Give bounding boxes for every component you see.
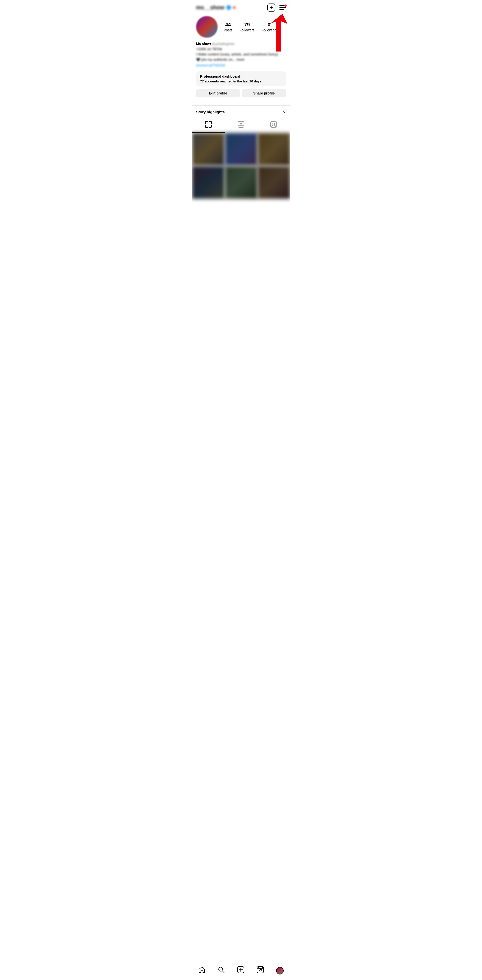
bio-link[interactable]: shorturl.at/TNDSM [196,63,225,67]
add-post-button[interactable]: + [267,3,275,11]
stats-row: 44 Posts 79 Followers 0 Following [224,22,286,32]
pro-dashboard-subtitle: 77 accounts reached in the last 30 days. [200,80,282,83]
username: ms__show ✓ [196,4,235,11]
notification-dot [233,6,235,9]
tab-tagged[interactable] [257,118,290,133]
tagged-icon [270,121,277,129]
followers-label: Followers [239,28,255,32]
action-buttons: Edit profile Share profile [196,89,286,97]
tab-grid[interactable] [192,118,225,133]
highlights-section[interactable]: Story highlights ∨ [192,105,290,118]
highlights-title: Story highlights [196,110,225,114]
share-profile-button[interactable]: Share profile [242,89,286,97]
posts-count: 44 [225,22,231,28]
post-item[interactable] [258,166,290,199]
profile-top: 44 Posts 79 Followers 0 Following [196,16,286,38]
posts-label: Posts [224,28,233,32]
svg-rect-2 [205,121,208,124]
posts-grid [192,133,290,199]
bio-tiktok: +100K on TikTok [196,46,286,52]
bio-name-suffix: Buy/Selling/Info [212,42,235,46]
following-count: 0 [268,22,270,28]
add-icon: + [267,3,275,11]
svg-point-11 [239,122,239,123]
header: ms__show ✓ + [192,0,290,14]
svg-rect-3 [209,121,211,124]
bio-join: 🖤 join my authentic on... more [196,57,286,62]
followers-count: 79 [244,22,250,28]
bio: Ms show Buy/Selling/Info +100K on TikTok… [196,41,286,68]
post-item[interactable] [258,133,290,165]
content-tabs [192,118,290,133]
grid-icon [205,121,212,129]
pro-dashboard-title: Professional dashboard [200,75,282,78]
posts-stat[interactable]: 44 Posts [224,22,233,32]
avatar-wrapper [196,16,218,38]
bio-name-line: Ms show Buy/Selling/Info [196,41,286,46]
verified-icon: ✓ [227,5,231,10]
hamburger-icon [279,5,286,10]
following-stat[interactable]: 0 Following [262,22,276,32]
edit-profile-button[interactable]: Edit profile [196,89,240,97]
svg-point-12 [243,122,244,123]
post-item[interactable] [225,133,258,165]
post-item[interactable] [192,133,225,165]
followers-stat[interactable]: 79 Followers [239,22,255,32]
svg-rect-5 [209,125,211,127]
header-actions: + [267,3,286,11]
bio-content: I Make content (scary, artistic, and som… [196,52,286,57]
post-item[interactable] [192,166,225,199]
svg-point-14 [273,123,274,125]
reels-icon [238,121,244,129]
menu-button[interactable] [279,5,286,10]
chevron-down-icon: ∨ [283,109,286,115]
tab-reels[interactable] [225,118,257,133]
avatar [196,16,218,38]
pro-dashboard[interactable]: Professional dashboard 77 accounts reach… [196,72,286,86]
following-label: Following [262,28,276,32]
svg-rect-4 [205,125,208,127]
post-item[interactable] [225,166,258,199]
svg-point-8 [241,124,241,125]
bio-name: Ms show [196,42,211,46]
profile-section: 44 Posts 79 Followers 0 Following M [192,14,290,105]
